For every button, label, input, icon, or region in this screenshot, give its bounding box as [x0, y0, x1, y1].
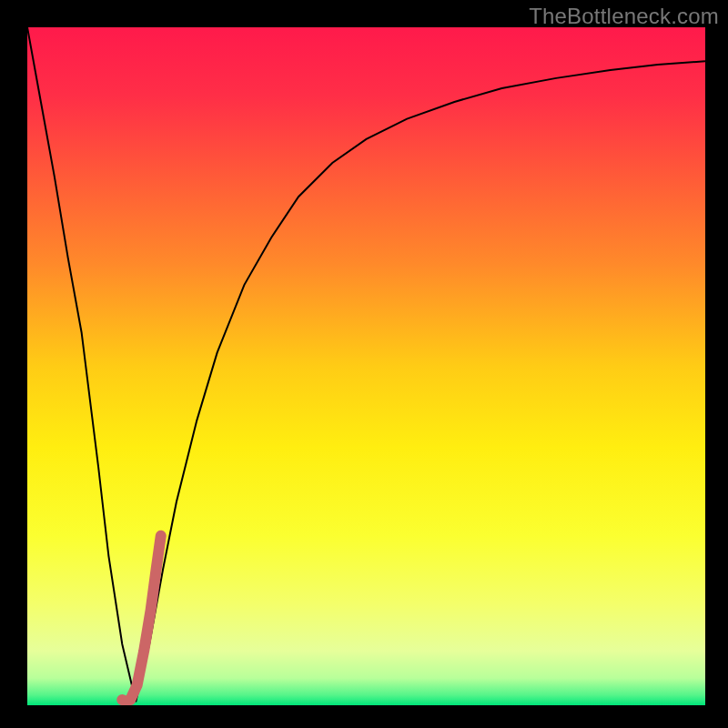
watermark-text: TheBottleneck.com [529, 4, 719, 29]
bottleneck-curve [27, 27, 705, 702]
highlight-segment [122, 536, 160, 702]
curve-layer [27, 27, 705, 705]
plot-area [27, 27, 705, 705]
chart-frame: TheBottleneck.com [0, 0, 728, 728]
